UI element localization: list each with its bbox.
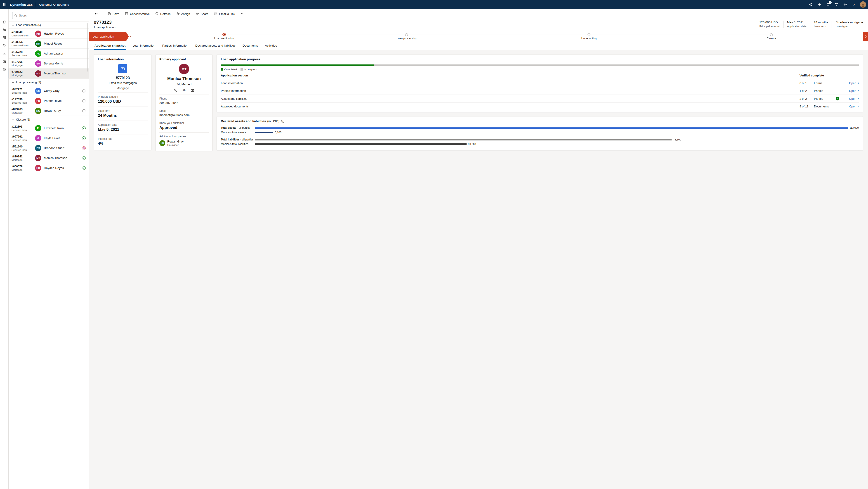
list-item[interactable]: #106728 Secured loan AL Adrian Lawsor	[8, 49, 89, 59]
assign-button[interactable]: Assign	[174, 11, 193, 17]
assets-title: Declared assets and liabilities	[221, 119, 266, 123]
bar-label-rest: - all parties	[239, 138, 253, 141]
section-name: Approved documents	[221, 105, 800, 108]
list-item-selected[interactable]: #770123 Mortgage MT Monica Thomson	[8, 68, 89, 79]
list-item[interactable]: #561900 Secured loan BS Brandon Stuart	[8, 143, 89, 153]
next-stage-button[interactable]	[863, 32, 868, 41]
station-underwriting[interactable]: Underwriting	[498, 32, 680, 41]
help-icon[interactable]	[849, 0, 858, 9]
list-item[interactable]: #112391 Secured loan EI Elizabeth Irwin	[8, 123, 89, 133]
list-item[interactable]: #728940 Unecured loan HR Hayden Reyes	[8, 29, 89, 39]
field-loan-term: Loan term 24 Months	[98, 107, 148, 120]
tag-icon[interactable]	[1, 42, 8, 49]
tab-documents[interactable]: Documents	[242, 41, 258, 50]
scrollbar-thumb[interactable]	[88, 23, 88, 72]
filter-icon[interactable]	[832, 0, 841, 9]
rail-settings-gear-icon[interactable]	[1, 66, 8, 73]
cancel-archive-button[interactable]: Cancel/Archive	[122, 11, 152, 17]
tab-loan-information[interactable]: Loan information	[132, 41, 156, 50]
task-check-icon[interactable]	[807, 0, 815, 9]
app-brand[interactable]: Dynamics 365	[10, 3, 33, 6]
bar-label: Total liabilities - all parties	[221, 138, 255, 141]
refresh-button[interactable]: Refresh	[153, 11, 173, 17]
analytics-chart-icon[interactable]	[1, 50, 8, 57]
open-link[interactable]: Open	[849, 97, 859, 100]
group-header-loan-processing[interactable]: Loan processing (3)	[8, 79, 89, 86]
open-link[interactable]: Open	[849, 81, 859, 85]
open-link[interactable]: Open	[849, 105, 859, 108]
record-title-block: #770123 Loan application	[94, 20, 116, 29]
at-icon[interactable]	[182, 89, 186, 92]
list-item[interactable]: #600078 Mortgage HR Hayden Reyes	[8, 163, 89, 173]
user-avatar[interactable]	[860, 1, 866, 8]
active-stage-chevron[interactable]: Loan application	[89, 32, 129, 41]
list-item[interactable]: #997261 Secured loan KL Kayla Lewis	[8, 133, 89, 143]
bar-label: Monica's total liabilities	[221, 143, 255, 146]
list-item[interactable]: #198364 Unecured loan MR Miguel Reyes	[8, 39, 89, 49]
loan-category: Mortgage	[98, 86, 148, 90]
search-box	[12, 12, 85, 19]
collapse-stage-button[interactable]	[129, 32, 133, 41]
info-icon[interactable]	[281, 120, 284, 123]
home-icon[interactable]	[1, 18, 8, 26]
search-input[interactable]	[19, 14, 83, 17]
avatar: EI	[35, 125, 41, 132]
list-item[interactable]: #197630 Secured loan PR Parker Reyes	[8, 96, 89, 106]
command-bar: Save Cancel/Archive Refresh Assign Share…	[89, 9, 868, 18]
group-header-closure[interactable]: Closure (5)	[8, 116, 89, 123]
fact-label: Loan term	[814, 25, 828, 28]
bar-row-monica-assets: Monica's total assets 3,200	[221, 131, 859, 134]
loan-ids: #728940 Unecured loan	[11, 31, 35, 37]
co-signer-row[interactable]: RG Rowan Gray Co-signer	[159, 140, 209, 146]
applicant-summary: MT Monica Thomson 34, Married	[159, 61, 209, 94]
save-button[interactable]: Save	[105, 11, 122, 17]
apps-grid-icon[interactable]	[1, 34, 8, 41]
loan-type: Mortgage	[11, 169, 35, 171]
field-value[interactable]: monicat@outlook.com	[159, 113, 209, 117]
open-link[interactable]: Open	[849, 89, 859, 92]
station-closure[interactable]: Closure	[680, 32, 863, 41]
app-launcher-icon[interactable]	[0, 0, 9, 9]
station-dot	[587, 33, 590, 36]
avatar-initials: CG	[36, 90, 40, 92]
card-title: Loan information	[98, 57, 148, 61]
section-kind: Documents	[814, 105, 836, 108]
liabilities-bar	[255, 139, 672, 140]
list-item[interactable]: #982221 Secured loan CG Corey Gray	[8, 86, 89, 96]
station-label: Closure	[767, 37, 776, 40]
field-value[interactable]: 206-307-3544	[159, 101, 209, 105]
group-header-loan-verification[interactable]: Loan verification (5)	[8, 21, 89, 29]
contacts-icon[interactable]	[1, 26, 8, 33]
settings-gear-icon[interactable]	[841, 0, 849, 9]
app-area-title[interactable]: Customer Onboarding	[39, 3, 69, 6]
notifications-bell-icon[interactable]: 1	[824, 0, 832, 9]
tab-parties-information[interactable]: Parties' information	[162, 41, 189, 50]
loan-type: Mortgage	[11, 159, 35, 161]
field-email: Email monicat@outlook.com	[159, 107, 209, 119]
list-item[interactable]: #819342 Mortgage MT Monica Thomson	[8, 153, 89, 163]
section-kind: Parties	[814, 89, 836, 92]
bar-track: 39,600	[255, 143, 859, 145]
back-button[interactable]	[92, 11, 101, 17]
tab-activities[interactable]: Activities	[265, 41, 277, 50]
site-map-menu-icon[interactable]	[1, 10, 8, 18]
archive-box-icon[interactable]	[1, 58, 8, 65]
quick-create-icon[interactable]	[815, 0, 824, 9]
phone-icon[interactable]	[174, 89, 178, 92]
tab-application-snapshot[interactable]: Application snapshot	[94, 41, 126, 50]
email-link-button[interactable]: Email a Link	[211, 11, 238, 17]
station-loan-verification[interactable]: Loan verification	[133, 32, 315, 41]
progress-legend: Completed In progress	[221, 68, 859, 71]
email-icon[interactable]	[191, 89, 194, 92]
bar-value: 3,200	[275, 131, 281, 134]
station-loan-processing[interactable]: Loan processing	[315, 32, 498, 41]
list-item[interactable]: #197765 Mortgage SM Serena Morris	[8, 59, 89, 68]
loan-ids: #997261 Secured loan	[11, 135, 35, 141]
loan-ids: #982221 Secured loan	[11, 88, 35, 94]
loan-number: #829263	[11, 108, 35, 111]
fact-label: Application date	[787, 25, 806, 28]
tab-declared-assets[interactable]: Declared assets and liabilities	[195, 41, 236, 50]
list-item[interactable]: #829263 Mortgage RG Rowan Gray	[8, 106, 89, 116]
more-commands-button[interactable]	[238, 11, 246, 17]
share-button[interactable]: Share	[193, 11, 211, 17]
